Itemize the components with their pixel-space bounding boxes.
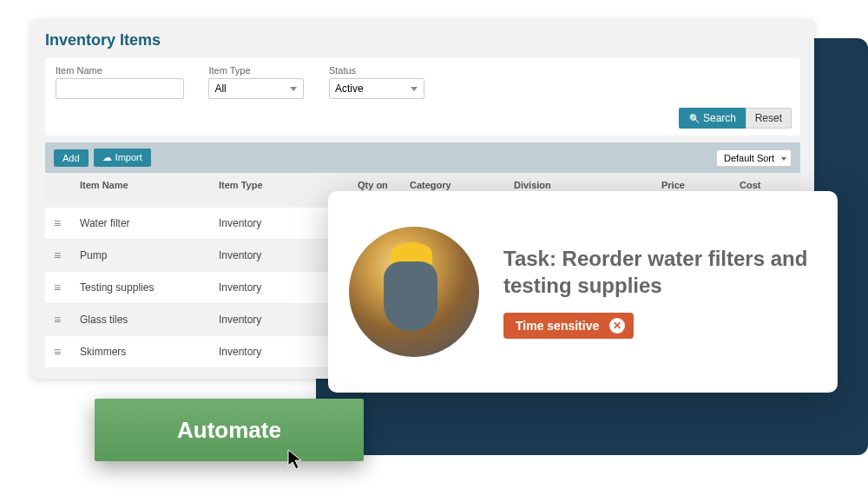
cell-name: Testing supplies bbox=[80, 281, 219, 294]
reset-button[interactable]: Reset bbox=[746, 108, 792, 129]
task-title: Task: Reorder water filters and testing … bbox=[503, 245, 817, 299]
filter-label-item-type: Item Type bbox=[208, 65, 304, 76]
filter-item-name: Item Name bbox=[56, 65, 184, 99]
add-button[interactable]: Add bbox=[54, 149, 89, 167]
close-icon[interactable]: ✕ bbox=[609, 318, 625, 334]
cell-name: Pump bbox=[80, 249, 219, 261]
col-item-name: Item Name bbox=[80, 180, 219, 201]
cell-name: Glass tiles bbox=[80, 314, 219, 326]
automate-button[interactable]: Automate bbox=[95, 399, 364, 461]
task-content: Task: Reorder water filters and testing … bbox=[503, 245, 817, 339]
avatar bbox=[349, 227, 479, 357]
cursor-icon bbox=[286, 448, 304, 471]
filter-item-type: Item Type All bbox=[208, 65, 304, 99]
cell-name: Skimmers bbox=[80, 346, 219, 358]
filter-status: Status Active bbox=[329, 65, 424, 99]
filter-label-status: Status bbox=[329, 65, 424, 76]
drag-icon[interactable]: ≡ bbox=[54, 281, 80, 294]
page-title: Inventory Items bbox=[45, 31, 800, 50]
status-select[interactable]: Active bbox=[329, 78, 424, 99]
item-type-select[interactable]: All bbox=[208, 78, 304, 99]
time-sensitive-badge[interactable]: Time sensitive ✕ bbox=[503, 313, 634, 339]
item-name-input[interactable] bbox=[56, 78, 184, 99]
drag-icon[interactable]: ≡ bbox=[54, 248, 80, 262]
drag-icon[interactable]: ≡ bbox=[54, 313, 80, 327]
filter-bar: Item Name Item Type All Status Active Se… bbox=[45, 58, 800, 135]
import-button[interactable]: Import bbox=[94, 149, 151, 167]
task-card: Task: Reorder water filters and testing … bbox=[328, 191, 838, 393]
drag-icon[interactable]: ≡ bbox=[54, 216, 80, 230]
drag-icon[interactable]: ≡ bbox=[54, 345, 80, 359]
sort-select[interactable]: Default Sort bbox=[716, 149, 792, 167]
search-button[interactable]: Search bbox=[679, 108, 746, 129]
filter-label-item-name: Item Name bbox=[56, 65, 184, 76]
cell-name: Water filter bbox=[80, 217, 219, 229]
toolbar: Add Import Default Sort bbox=[45, 142, 800, 173]
badge-label: Time sensitive bbox=[516, 319, 599, 333]
